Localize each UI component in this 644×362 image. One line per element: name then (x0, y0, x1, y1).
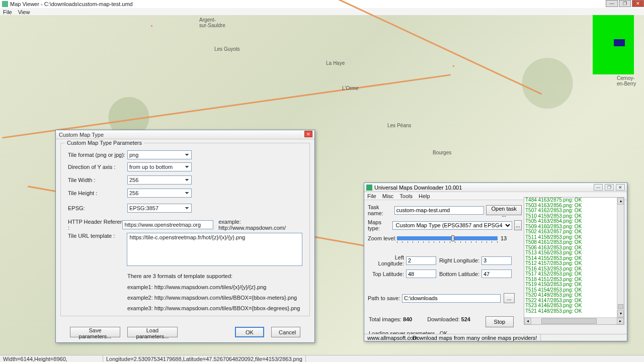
tile-format-label: Tile format (png or jpg): (68, 152, 127, 158)
scroll-left-icon[interactable]: ◂ (524, 318, 531, 324)
dialog-title: Custom Map Type (59, 132, 104, 138)
close-button[interactable]: ✕ (632, 0, 644, 7)
referer-hint: example: http://www.mapsdown.com/ (218, 219, 302, 231)
epsg-label: EPSG: (68, 205, 127, 211)
scroll-thumb[interactable] (618, 304, 623, 309)
total-images-label: Total images: 840 (369, 316, 412, 327)
horizontal-scrollbar[interactable]: ◂ ▸ (524, 317, 624, 324)
path-label: Path to save: (368, 295, 402, 301)
bottom-lat-input[interactable] (481, 269, 512, 278)
dialog-close-button[interactable]: ✕ (304, 131, 312, 137)
menu-misc[interactable]: Misc (382, 193, 394, 199)
minimize-button[interactable]: — (606, 0, 618, 7)
right-lon-label: Right Longitude: (436, 257, 481, 263)
bottom-lat-label: Bottom Latitude: (436, 271, 481, 277)
menu-help[interactable]: Help (419, 193, 430, 199)
epsg-select[interactable]: EPSG:3857 (127, 204, 192, 213)
status-desc: Download maps from many online maps prov… (410, 334, 541, 341)
save-parameters-button[interactable]: Save parameters... (70, 327, 120, 337)
log-line: T507 4162/2853.png: OK (524, 208, 624, 214)
maximize-button[interactable]: ❐ (619, 0, 631, 7)
y-direction-select[interactable]: from up to bottom (127, 162, 192, 171)
downloaded-label: Downloaded: 524 (427, 316, 470, 327)
menu-view[interactable]: View (18, 9, 30, 15)
tile-height-label: Tile Height : (68, 190, 127, 196)
tile-height-select[interactable]: 256 (127, 189, 192, 198)
log-panel[interactable]: T484 4163/2875.png: OKT503 4163/2856.png… (524, 197, 624, 325)
referer-input[interactable] (122, 220, 213, 229)
template-example-2: example2: http://www.mapsdown.com/tiles/… (127, 295, 297, 301)
zoom-slider[interactable] (397, 234, 498, 242)
scroll-thumb[interactable] (541, 318, 597, 324)
vertical-scrollbar[interactable]: ▴ ▾ (617, 198, 624, 317)
town-label: Les Péans (387, 123, 411, 128)
template-help-intro: There are 3 formats of template supporte… (127, 273, 232, 279)
menu-tools[interactable]: Tools (399, 193, 413, 199)
referer-label: HTTP Header Referer : (68, 219, 122, 231)
log-line: T513 4156/2853.png: OK (524, 250, 624, 256)
tile-format-select[interactable]: png (127, 150, 192, 159)
minimize-button[interactable]: — (594, 184, 603, 191)
template-example-1: example1: http://www.mapsdown.com/tiles/… (127, 284, 266, 290)
town-label: L'Orme (342, 85, 358, 91)
left-lon-label: Left Longitude: (368, 254, 406, 266)
log-line: T505 4163/2854.png: OK (524, 219, 624, 224)
scroll-up-icon[interactable]: ▴ (617, 198, 624, 205)
downloader-titlebar[interactable]: Universal Maps Downloader 10.001 — ❐ ✕ (364, 183, 627, 192)
maximize-button[interactable]: ❐ (605, 184, 614, 191)
town-label: Cernoy- en-Berry (617, 75, 636, 86)
town-label: Bourges (433, 150, 451, 155)
menu-file[interactable]: File (367, 193, 376, 199)
mini-map-viewport (614, 39, 625, 46)
scroll-right-icon[interactable]: ▸ (617, 318, 624, 324)
load-parameters-button[interactable]: Load parameters... (127, 327, 178, 337)
log-line: T519 4150/2853.png: OK (524, 282, 624, 288)
status-site: www.allmapsoft.com (364, 334, 410, 341)
town-label: Argent- sur-Sauldre (199, 17, 225, 28)
url-template-label: Tile URL template : (68, 233, 127, 239)
ok-button[interactable]: OK (235, 327, 264, 337)
task-name-input[interactable] (394, 206, 484, 215)
mini-map[interactable] (593, 15, 634, 74)
tile-width-select[interactable]: 256 (127, 175, 192, 185)
maps-type-select[interactable]: Custom Map Type (EPSG3857 and EPSG4326 s… (392, 221, 512, 230)
town-label: Les Guyots (214, 46, 240, 52)
scroll-down-icon[interactable]: ▾ (617, 310, 624, 317)
zoom-value: 13 (501, 235, 507, 241)
stop-button[interactable]: Stop (486, 316, 514, 327)
top-lat-label: Top Latitude: (368, 271, 406, 277)
titlebar[interactable]: Map Viewer - C:\downloads\custom-map-tes… (0, 0, 644, 8)
cancel-button[interactable]: Cancel (271, 327, 300, 337)
zoom-level-label: Zoom level: (368, 235, 397, 241)
maps-type-more-button[interactable]: ... (514, 220, 522, 230)
top-lat-input[interactable] (406, 269, 436, 278)
template-example-3: example3: http://www.mapsdown.com/tiles/… (127, 305, 300, 311)
downloader-statusbar: www.allmapsoft.com Download maps from ma… (364, 334, 627, 341)
downloader-form: Task name: Open task ... Maps type: Cust… (367, 201, 523, 331)
url-template-input[interactable]: https://tile-c.openstreetmap.fr/hot/{z}/… (127, 233, 302, 266)
town-label: La Haye (326, 60, 345, 66)
statusbar: Width=6144,Height=8960, X=3224,Y=4270 Lo… (0, 355, 644, 362)
log-line: T521 4148/2853.png: OK (524, 309, 624, 314)
downloader-title: Universal Maps Downloader 10.001 (374, 185, 462, 191)
close-button[interactable]: ✕ (616, 184, 625, 191)
dialog-titlebar[interactable]: Custom Map Type ✕ (56, 130, 314, 139)
app-icon (366, 185, 372, 191)
maps-type-label: Maps type: (368, 219, 392, 231)
group-legend: Custom Map Type Parameters (65, 140, 144, 146)
downloader-window: Universal Maps Downloader 10.001 — ❐ ✕ F… (364, 183, 627, 341)
log-line: T508 4161/2853.png: OK (524, 240, 624, 245)
status-coordinates: Longitude=2.53097534179688,Latitude=47.5… (103, 355, 306, 363)
log-line: T517 4152/2853.png: OK (524, 272, 624, 277)
right-lon-input[interactable] (481, 256, 512, 265)
log-line: T484 4163/2875.png: OK (524, 198, 624, 203)
status-dimensions: Width=6144,Height=8960, X=3224,Y=4270 (0, 355, 103, 363)
browse-button[interactable]: ... (504, 293, 515, 303)
open-task-button[interactable]: Open task ... (486, 205, 522, 215)
path-input[interactable] (402, 294, 501, 303)
y-direction-label: Direction of Y axis : (68, 164, 127, 170)
tile-width-label: Tile Width : (68, 177, 127, 183)
menu-file[interactable]: File (3, 9, 12, 15)
log-line: T523 4146/2853.png: OK (524, 303, 624, 309)
left-lon-input[interactable] (406, 256, 436, 265)
